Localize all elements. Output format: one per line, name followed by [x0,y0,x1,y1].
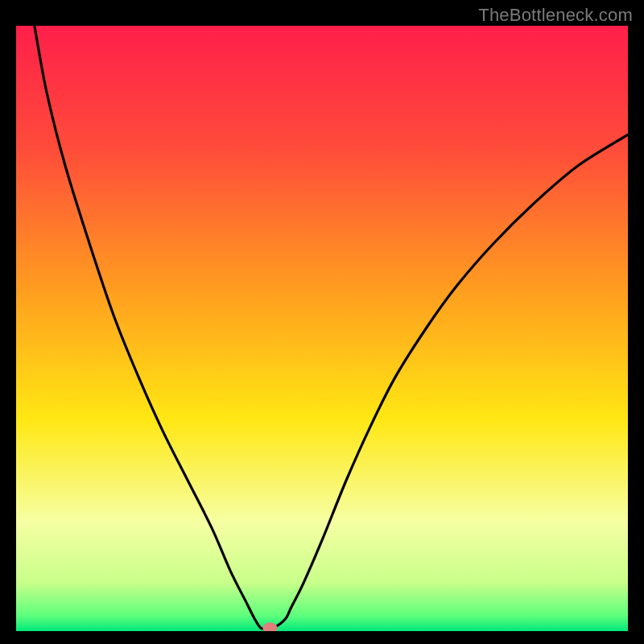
plot-area [16,26,628,631]
chart-frame: TheBottleneck.com [0,0,644,644]
watermark-text: TheBottleneck.com [478,5,633,26]
bottleneck-chart [16,26,628,631]
